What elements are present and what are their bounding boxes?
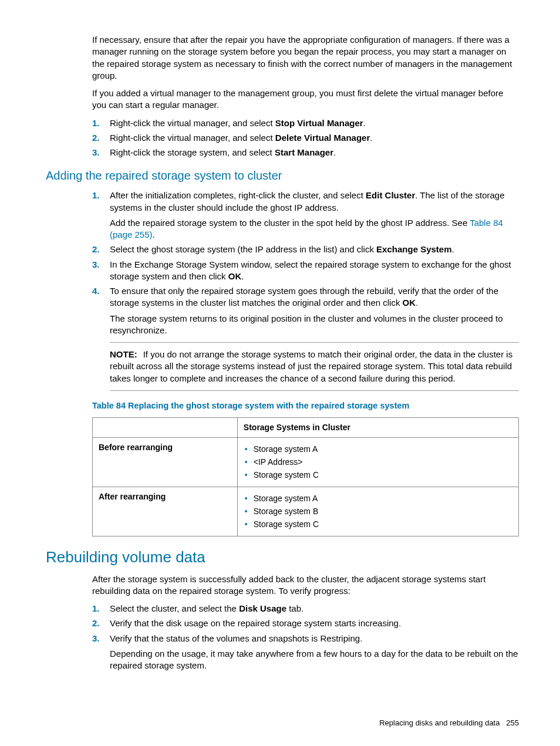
list-text: . xyxy=(416,298,418,308)
list-text: Right-click the virtual manager, and sel… xyxy=(110,118,275,128)
note-callout: NOTE:If you do not arrange the storage s… xyxy=(110,342,519,391)
ui-action: Stop Virtual Manager xyxy=(275,118,363,128)
list-item: 1. Select the cluster, and select the Di… xyxy=(92,603,519,615)
storage-list: Storage system A Storage system B Storag… xyxy=(244,493,512,530)
list-marker: 3. xyxy=(92,259,110,283)
table-header xyxy=(93,418,238,438)
list-text: Verify that the status of the volumes an… xyxy=(110,633,362,643)
list-item: 2. Verify that the disk usage on the rep… xyxy=(92,617,519,629)
note-text: If you do not arrange the storage system… xyxy=(110,349,512,383)
list-marker: 1. xyxy=(92,117,110,129)
list-marker: 3. xyxy=(92,147,110,158)
storage-item: Storage system B xyxy=(245,506,512,517)
storage-system-table: Storage Systems in Cluster Before rearra… xyxy=(92,417,519,536)
list-item: 3. In the Exchange Storage System window… xyxy=(92,259,519,283)
section-heading-rebuilding: Rebuilding volume data xyxy=(46,547,519,568)
ui-action: Disk Usage xyxy=(239,603,286,613)
list-marker: 1. xyxy=(92,190,110,241)
list-text: . xyxy=(452,244,454,254)
storage-item: <IP Address> xyxy=(245,457,512,468)
list-text: . xyxy=(241,271,244,281)
list-marker: 2. xyxy=(92,244,110,255)
list-text: Verify that the disk usage on the repair… xyxy=(110,617,519,629)
ui-action: OK xyxy=(403,298,416,308)
storage-item: Storage system C xyxy=(245,519,512,530)
list-marker: 2. xyxy=(92,132,110,144)
storage-list: Storage system A <IP Address> Storage sy… xyxy=(244,444,512,481)
list-marker: 2. xyxy=(92,617,110,629)
list-subtext: Add the repaired storage system to the c… xyxy=(110,218,470,228)
footer-text: Replacing disks and rebuilding data xyxy=(379,718,500,727)
storage-item: Storage system A xyxy=(245,444,512,455)
ui-action: Exchange System xyxy=(376,244,451,254)
list-text: Right-click the virtual manager, and sel… xyxy=(110,133,275,143)
storage-item: Storage system A xyxy=(245,493,512,504)
list-subtext: . xyxy=(153,229,155,239)
list-text: Select the ghost storage system (the IP … xyxy=(110,244,376,254)
list-text: . xyxy=(333,147,336,157)
ui-action: OK xyxy=(228,271,242,281)
section-heading-adding: Adding the repaired storage system to cl… xyxy=(46,168,519,184)
list-subtext: The storage system returns to its origin… xyxy=(110,313,519,337)
list-text: . xyxy=(363,118,366,128)
table-caption: Table 84 Replacing the ghost storage sys… xyxy=(92,400,519,412)
page-footer: Replacing disks and rebuilding data 255 xyxy=(379,718,519,728)
list-marker: 1. xyxy=(92,603,110,615)
row-label: Before rearranging xyxy=(93,438,238,487)
list-item: 3. Verify that the status of the volumes… xyxy=(92,633,519,672)
list-marker: 4. xyxy=(92,285,110,336)
note-label: NOTE: xyxy=(110,349,137,359)
body-paragraph: If you added a virtual manager to the ma… xyxy=(92,87,519,112)
body-paragraph: After the storage system is successfully… xyxy=(92,573,519,598)
list-subtext: Depending on the usage, it may take anyw… xyxy=(110,648,519,672)
list-item: 2. Select the ghost storage system (the … xyxy=(92,244,519,255)
table-header: Storage Systems in Cluster xyxy=(237,418,518,438)
ui-action: Edit Cluster xyxy=(366,190,415,200)
list-text: tab. xyxy=(286,603,303,613)
list-item: 1. Right-click the virtual manager, and … xyxy=(92,117,519,129)
storage-item: Storage system C xyxy=(245,470,512,481)
table-row: After rearranging Storage system A Stora… xyxy=(93,487,519,536)
list-text: Right-click the storage system, and sele… xyxy=(110,147,275,157)
list-marker: 3. xyxy=(92,633,110,672)
list-text: Select the cluster, and select the xyxy=(110,603,239,613)
row-label: After rearranging xyxy=(93,487,238,536)
list-item: 2. Right-click the virtual manager, and … xyxy=(92,132,519,144)
ui-action: Start Manager xyxy=(275,147,333,157)
list-text: To ensure that only the repaired storage… xyxy=(110,286,498,308)
list-text: . xyxy=(370,133,372,143)
ui-action: Delete Virtual Manager xyxy=(275,133,370,143)
list-item: 4. To ensure that only the repaired stor… xyxy=(92,285,519,336)
table-row: Before rearranging Storage system A <IP … xyxy=(93,438,519,487)
list-item: 3. Right-click the storage system, and s… xyxy=(92,147,519,158)
list-text: After the initialization completes, righ… xyxy=(110,190,366,200)
page-number: 255 xyxy=(506,718,519,727)
list-text: In the Exchange Storage System window, s… xyxy=(110,259,511,281)
body-paragraph: If necessary, ensure that after the repa… xyxy=(92,34,519,82)
list-item: 1. After the initialization completes, r… xyxy=(92,190,519,241)
